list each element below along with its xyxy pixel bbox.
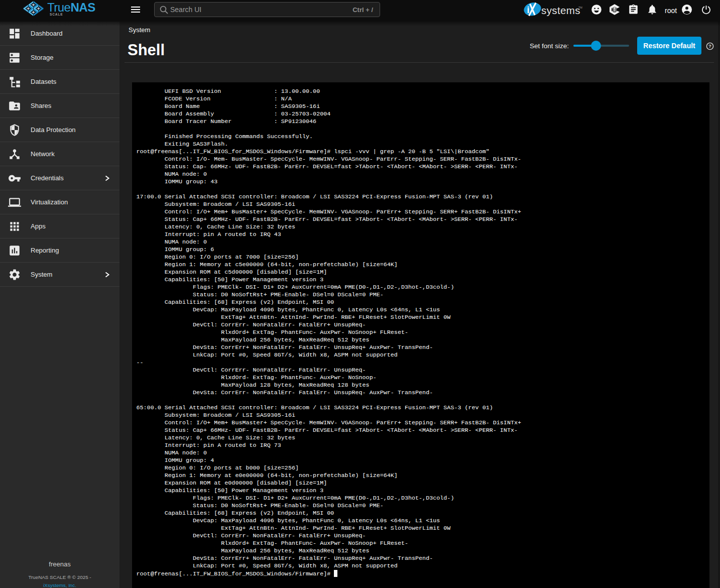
svg-text:i: i [527, 5, 530, 15]
svg-text:?: ? [708, 43, 711, 49]
svg-text:TM: TM [578, 6, 582, 9]
svg-text:systems: systems [541, 5, 580, 16]
